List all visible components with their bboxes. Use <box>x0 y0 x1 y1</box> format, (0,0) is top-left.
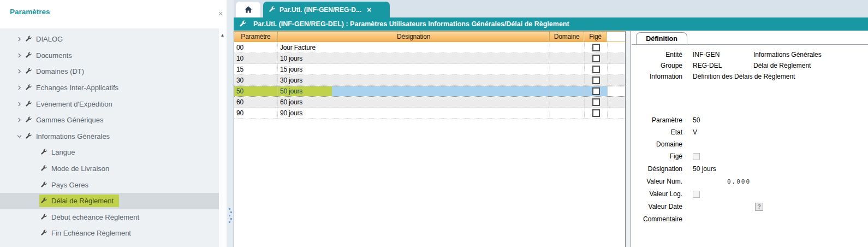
field-label: Etat <box>632 128 682 136</box>
column-header-filler <box>607 32 625 42</box>
param-cell[interactable]: 15 <box>234 64 278 74</box>
field-checkbox[interactable] <box>693 153 700 160</box>
fige-cell[interactable] <box>585 64 608 74</box>
fige-cell[interactable] <box>585 86 608 96</box>
chevron-right-icon[interactable] <box>16 68 24 74</box>
table-panel-splitter[interactable] <box>626 31 631 247</box>
sidebar-item-label: Evènement d'Expédition <box>36 100 112 108</box>
sidebar-item[interactable]: Langue <box>0 144 219 161</box>
field-label: Commentaire <box>632 215 682 223</box>
wrench-icon <box>25 133 32 140</box>
domaine-cell[interactable] <box>550 42 585 52</box>
sidebar-item[interactable]: Echanges Inter-Applicatifs <box>0 80 219 96</box>
fige-checkbox[interactable] <box>592 66 600 73</box>
fige-cell[interactable] <box>585 108 608 118</box>
fige-cell[interactable] <box>585 97 608 107</box>
field-value: V <box>693 128 697 136</box>
table-row[interactable]: 3030 jours <box>234 75 625 86</box>
column-header[interactable]: Domaine <box>550 32 584 42</box>
designation-cell[interactable]: 90 jours <box>278 108 550 118</box>
chevron-right-icon[interactable] <box>16 117 24 123</box>
fige-cell[interactable] <box>585 42 608 52</box>
definition-field: Valeur Num.0,000 <box>632 177 868 186</box>
sidebar-item[interactable]: Evènement d'Expédition <box>0 96 219 112</box>
panel-divider <box>632 44 868 45</box>
definition-field: Figé <box>632 151 868 161</box>
definition-field: Désignation50 jours <box>632 164 868 174</box>
wrench-icon <box>25 36 32 43</box>
domaine-cell[interactable] <box>550 64 585 74</box>
domaine-cell[interactable] <box>550 86 585 96</box>
fige-checkbox[interactable] <box>592 44 600 51</box>
chevron-down-icon[interactable] <box>16 133 24 139</box>
designation-cell[interactable]: 15 jours <box>278 64 550 74</box>
domaine-cell[interactable] <box>550 97 585 107</box>
wrench-icon <box>40 149 47 156</box>
param-cell[interactable]: 50 <box>234 86 278 96</box>
param-cell[interactable]: 10 <box>234 53 278 63</box>
table-row[interactable]: 1010 jours <box>234 53 625 64</box>
tab-definition[interactable]: Définition <box>636 32 687 45</box>
fige-cell[interactable] <box>585 53 608 63</box>
table-row[interactable]: 00Jour Facture <box>234 42 625 53</box>
domaine-cell[interactable] <box>550 75 585 85</box>
column-header[interactable]: Désignation <box>278 32 550 42</box>
chevron-right-icon <box>16 68 22 74</box>
param-cell[interactable]: 90 <box>234 108 278 118</box>
tab-parutil[interactable]: Par.Uti. (INF-GEN/REG-D... × <box>263 2 390 17</box>
sidebar-item[interactable]: DIALOG <box>0 31 219 48</box>
field-label: Domaine <box>632 140 682 148</box>
field-checkbox[interactable] <box>693 191 700 198</box>
domaine-cell[interactable] <box>550 53 585 63</box>
sidebar-item[interactable]: Délai de Règlement <box>0 193 219 209</box>
designation-cell[interactable]: Jour Facture <box>278 42 550 52</box>
table-row[interactable]: 6060 jours <box>234 97 625 108</box>
sidebar-item-label: DIALOG <box>36 35 63 43</box>
designation-cell[interactable]: 30 jours <box>278 75 550 85</box>
sidebar-item[interactable]: Mode de Livraison <box>0 161 219 177</box>
sidebar-item-label: Mode de Livraison <box>51 164 109 173</box>
definition-field: Paramètre50 <box>632 115 868 125</box>
chevron-right-icon <box>16 36 22 42</box>
sidebar-item[interactable]: Début échéance Règlement <box>0 209 219 226</box>
fige-cell[interactable] <box>585 75 608 85</box>
param-cell[interactable]: 00 <box>234 42 278 52</box>
tab-label: Par.Uti. (INF-GEN/REG-D... <box>280 6 361 14</box>
sidebar-item[interactable]: Domaines (DT) <box>0 63 219 80</box>
chevron-right-icon[interactable] <box>16 52 24 58</box>
fige-checkbox[interactable] <box>592 77 600 84</box>
column-header[interactable]: Paramètre <box>234 32 278 42</box>
table-row[interactable]: 9090 jours <box>234 108 625 119</box>
tab-home[interactable] <box>236 2 260 17</box>
sidebar-item-label: Domaines (DT) <box>36 67 84 75</box>
parameters-panel: Paramètres × DIALOGDocumentsDomaines (DT… <box>0 0 226 247</box>
chevron-right-icon[interactable] <box>16 85 24 91</box>
scroll-up-icon[interactable]: ▲ <box>219 28 226 38</box>
wrench-icon <box>25 52 32 59</box>
sidebar-item[interactable]: Gammes Génériques <box>0 112 219 128</box>
chevron-right-icon[interactable] <box>16 101 24 107</box>
param-cell[interactable]: 60 <box>234 97 278 107</box>
fige-checkbox[interactable] <box>592 109 600 117</box>
column-header[interactable]: Figé <box>584 32 607 42</box>
sidebar-item[interactable]: Fin Echéance Règlement <box>0 225 219 242</box>
table-row[interactable]: 1515 jours <box>234 64 625 75</box>
date-picker-button[interactable]: ? <box>755 203 763 211</box>
chevron-right-icon[interactable] <box>16 36 24 42</box>
designation-cell[interactable]: 60 jours <box>278 97 550 107</box>
fige-checkbox[interactable] <box>592 87 600 95</box>
param-cell[interactable]: 30 <box>234 75 278 85</box>
fige-checkbox[interactable] <box>592 98 600 106</box>
designation-cell[interactable]: 10 jours <box>278 53 550 63</box>
table-row[interactable]: 5050 jours <box>234 86 625 97</box>
sidebar-item[interactable]: Pays Geres <box>0 177 219 193</box>
tab-close-icon[interactable]: × <box>367 6 371 14</box>
close-icon[interactable]: × <box>217 10 224 17</box>
fige-checkbox[interactable] <box>592 55 600 62</box>
sidebar-scrollbar[interactable]: ▲ <box>219 28 226 247</box>
sidebar-splitter[interactable] <box>226 0 234 247</box>
sidebar-item[interactable]: Informations Générales <box>0 128 219 145</box>
domaine-cell[interactable] <box>550 108 585 118</box>
designation-cell[interactable]: 50 jours <box>278 86 550 96</box>
sidebar-item[interactable]: Documents <box>0 48 219 64</box>
